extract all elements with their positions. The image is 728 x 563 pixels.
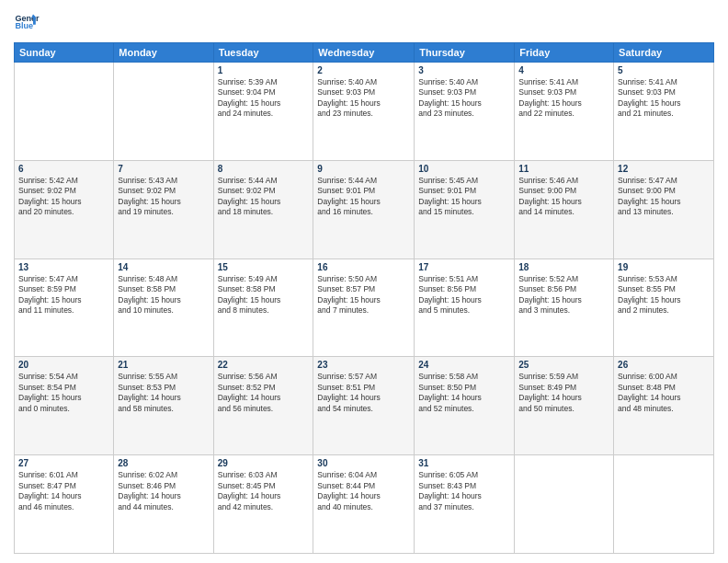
day-number: 4: [518, 65, 609, 75]
day-info: Sunrise: 5:57 AM Sunset: 8:51 PM Dayligh…: [317, 372, 410, 414]
day-info: Sunrise: 5:50 AM Sunset: 8:57 PM Dayligh…: [317, 274, 410, 316]
calendar-week-row: 1Sunrise: 5:39 AM Sunset: 9:04 PM Daylig…: [15, 63, 714, 161]
day-number: 30: [317, 458, 410, 468]
day-info: Sunrise: 5:40 AM Sunset: 9:03 PM Dayligh…: [418, 77, 510, 120]
calendar-day-cell: 24Sunrise: 5:58 AM Sunset: 8:50 PM Dayli…: [415, 357, 515, 455]
calendar-day-cell: 18Sunrise: 5:52 AM Sunset: 8:56 PM Dayli…: [515, 259, 614, 357]
day-number: 15: [218, 262, 310, 272]
day-info: Sunrise: 5:41 AM Sunset: 9:03 PM Dayligh…: [518, 77, 609, 120]
day-info: Sunrise: 6:00 AM Sunset: 8:48 PM Dayligh…: [618, 372, 710, 414]
calendar-week-row: 27Sunrise: 6:01 AM Sunset: 8:47 PM Dayli…: [15, 455, 714, 554]
day-number: 27: [18, 458, 109, 468]
day-number: 14: [118, 262, 209, 272]
calendar-day-cell: 21Sunrise: 5:55 AM Sunset: 8:53 PM Dayli…: [114, 357, 213, 455]
calendar-day-cell: 11Sunrise: 5:46 AM Sunset: 9:00 PM Dayli…: [515, 160, 614, 259]
calendar-week-row: 13Sunrise: 5:47 AM Sunset: 8:59 PM Dayli…: [15, 259, 714, 357]
day-number: 6: [18, 164, 109, 174]
day-info: Sunrise: 5:47 AM Sunset: 8:59 PM Dayligh…: [18, 274, 109, 316]
day-number: 10: [418, 164, 510, 174]
day-number: 8: [218, 164, 310, 174]
day-info: Sunrise: 5:54 AM Sunset: 8:54 PM Dayligh…: [18, 372, 109, 414]
calendar-day-cell: 27Sunrise: 6:01 AM Sunset: 8:47 PM Dayli…: [15, 455, 114, 554]
calendar-day-cell: 22Sunrise: 5:56 AM Sunset: 8:52 PM Dayli…: [213, 357, 313, 455]
day-number: 25: [518, 360, 609, 370]
day-number: 19: [618, 262, 710, 272]
day-number: 31: [418, 458, 510, 468]
logo: General Blue: [14, 9, 40, 35]
calendar-day-cell: [515, 455, 614, 554]
calendar-day-cell: 2Sunrise: 5:40 AM Sunset: 9:03 PM Daylig…: [313, 63, 415, 161]
day-of-week-header: Friday: [515, 43, 614, 63]
day-info: Sunrise: 5:56 AM Sunset: 8:52 PM Dayligh…: [218, 372, 310, 414]
calendar-day-cell: 14Sunrise: 5:48 AM Sunset: 8:58 PM Dayli…: [114, 259, 213, 357]
day-number: 26: [618, 360, 710, 370]
calendar-week-row: 6Sunrise: 5:42 AM Sunset: 9:02 PM Daylig…: [15, 160, 714, 259]
day-of-week-header: Monday: [114, 43, 213, 63]
calendar-day-cell: 25Sunrise: 5:59 AM Sunset: 8:49 PM Dayli…: [515, 357, 614, 455]
day-info: Sunrise: 5:46 AM Sunset: 9:00 PM Dayligh…: [518, 176, 609, 218]
calendar-day-cell: 19Sunrise: 5:53 AM Sunset: 8:55 PM Dayli…: [614, 259, 714, 357]
day-number: 13: [18, 262, 109, 272]
calendar-day-cell: 23Sunrise: 5:57 AM Sunset: 8:51 PM Dayli…: [313, 357, 415, 455]
calendar-day-cell: 5Sunrise: 5:41 AM Sunset: 9:03 PM Daylig…: [614, 63, 714, 161]
day-of-week-header: Tuesday: [213, 43, 313, 63]
day-number: 20: [18, 360, 109, 370]
svg-text:Blue: Blue: [15, 21, 33, 30]
day-info: Sunrise: 5:47 AM Sunset: 9:00 PM Dayligh…: [618, 176, 710, 218]
day-number: 11: [518, 164, 609, 174]
day-info: Sunrise: 5:39 AM Sunset: 9:04 PM Dayligh…: [218, 77, 310, 120]
day-number: 17: [418, 262, 510, 272]
calendar-day-cell: 8Sunrise: 5:44 AM Sunset: 9:02 PM Daylig…: [213, 160, 313, 259]
day-info: Sunrise: 5:51 AM Sunset: 8:56 PM Dayligh…: [418, 274, 510, 316]
day-info: Sunrise: 5:43 AM Sunset: 9:02 PM Dayligh…: [118, 176, 209, 218]
calendar-table: SundayMondayTuesdayWednesdayThursdayFrid…: [14, 42, 714, 554]
calendar-day-cell: 13Sunrise: 5:47 AM Sunset: 8:59 PM Dayli…: [15, 259, 114, 357]
calendar-day-cell: 3Sunrise: 5:40 AM Sunset: 9:03 PM Daylig…: [415, 63, 515, 161]
calendar-day-cell: 29Sunrise: 6:03 AM Sunset: 8:45 PM Dayli…: [213, 455, 313, 554]
day-info: Sunrise: 5:44 AM Sunset: 9:02 PM Dayligh…: [218, 176, 310, 218]
day-info: Sunrise: 5:55 AM Sunset: 8:53 PM Dayligh…: [118, 372, 209, 414]
day-number: 22: [218, 360, 310, 370]
day-info: Sunrise: 5:59 AM Sunset: 8:49 PM Dayligh…: [518, 372, 609, 414]
day-number: 23: [317, 360, 410, 370]
calendar-day-cell: 26Sunrise: 6:00 AM Sunset: 8:48 PM Dayli…: [614, 357, 714, 455]
calendar-day-cell: 9Sunrise: 5:44 AM Sunset: 9:01 PM Daylig…: [313, 160, 415, 259]
day-number: 3: [418, 65, 510, 75]
day-info: Sunrise: 5:53 AM Sunset: 8:55 PM Dayligh…: [618, 274, 710, 316]
day-number: 9: [317, 164, 410, 174]
day-number: 18: [518, 262, 609, 272]
calendar-day-cell: 30Sunrise: 6:04 AM Sunset: 8:44 PM Dayli…: [313, 455, 415, 554]
day-header-row: SundayMondayTuesdayWednesdayThursdayFrid…: [15, 43, 714, 63]
calendar-day-cell: 10Sunrise: 5:45 AM Sunset: 9:01 PM Dayli…: [415, 160, 515, 259]
day-info: Sunrise: 5:48 AM Sunset: 8:58 PM Dayligh…: [118, 274, 209, 316]
day-info: Sunrise: 5:45 AM Sunset: 9:01 PM Dayligh…: [418, 176, 510, 218]
logo-icon: General Blue: [14, 9, 40, 35]
calendar-day-cell: [15, 63, 114, 161]
day-info: Sunrise: 6:02 AM Sunset: 8:46 PM Dayligh…: [118, 470, 209, 512]
calendar-day-cell: [114, 63, 213, 161]
day-info: Sunrise: 6:03 AM Sunset: 8:45 PM Dayligh…: [218, 470, 310, 512]
calendar-day-cell: 17Sunrise: 5:51 AM Sunset: 8:56 PM Dayli…: [415, 259, 515, 357]
day-of-week-header: Sunday: [15, 43, 114, 63]
day-of-week-header: Saturday: [614, 43, 714, 63]
day-number: 2: [317, 65, 410, 75]
day-number: 29: [218, 458, 310, 468]
calendar-day-cell: 12Sunrise: 5:47 AM Sunset: 9:00 PM Dayli…: [614, 160, 714, 259]
day-info: Sunrise: 5:49 AM Sunset: 8:58 PM Dayligh…: [218, 274, 310, 316]
day-info: Sunrise: 5:44 AM Sunset: 9:01 PM Dayligh…: [317, 176, 410, 218]
day-info: Sunrise: 6:01 AM Sunset: 8:47 PM Dayligh…: [18, 470, 109, 512]
calendar-day-cell: 4Sunrise: 5:41 AM Sunset: 9:03 PM Daylig…: [515, 63, 614, 161]
calendar-day-cell: 20Sunrise: 5:54 AM Sunset: 8:54 PM Dayli…: [15, 357, 114, 455]
calendar-day-cell: 6Sunrise: 5:42 AM Sunset: 9:02 PM Daylig…: [15, 160, 114, 259]
calendar-week-row: 20Sunrise: 5:54 AM Sunset: 8:54 PM Dayli…: [15, 357, 714, 455]
day-number: 16: [317, 262, 410, 272]
day-number: 21: [118, 360, 209, 370]
day-of-week-header: Thursday: [415, 43, 515, 63]
day-info: Sunrise: 5:40 AM Sunset: 9:03 PM Dayligh…: [317, 77, 410, 120]
day-info: Sunrise: 6:05 AM Sunset: 8:43 PM Dayligh…: [418, 470, 510, 512]
calendar-day-cell: 16Sunrise: 5:50 AM Sunset: 8:57 PM Dayli…: [313, 259, 415, 357]
calendar-day-cell: 31Sunrise: 6:05 AM Sunset: 8:43 PM Dayli…: [415, 455, 515, 554]
calendar-day-cell: [614, 455, 714, 554]
day-number: 5: [618, 65, 710, 75]
calendar-header: General Blue: [14, 9, 714, 35]
